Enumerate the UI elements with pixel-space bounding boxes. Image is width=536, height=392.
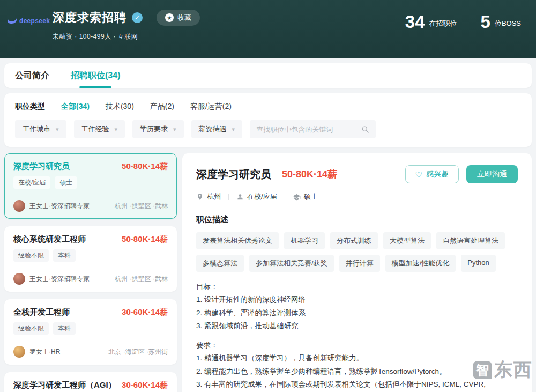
filter-dropdown-label: 工作城市: [23, 124, 50, 134]
job-type-all[interactable]: 全部(34): [61, 102, 90, 112]
company-name: 深度求索招聘: [53, 10, 126, 26]
detail-job-title: 深度学习研究员: [196, 167, 271, 182]
deepseek-logo: deepseek: [6, 17, 45, 25]
stat-boss-count: 5 位BOSS: [481, 13, 521, 31]
heart-icon: ♡: [415, 171, 422, 179]
detail-meta: 杭州 在校/应届 硕士: [196, 192, 518, 202]
keyword-tag: 多模态算法: [196, 255, 244, 272]
tab-open-jobs[interactable]: 招聘职位(34): [71, 63, 120, 88]
job-location: 杭州 ·拱墅区 ·武林: [115, 202, 168, 211]
recruiter-name: 王女士·资深招聘专家: [29, 202, 90, 211]
whale-icon: [6, 17, 17, 25]
description-line: 1. 精通机器学习（深度学习），具备创新研究能力。: [196, 352, 518, 365]
job-tag: 本科: [53, 249, 76, 262]
logo-text: deepseek: [19, 17, 50, 25]
job-title: 核心系统研发工程师: [13, 234, 86, 245]
keyword-tag: 参加算法相关竞赛/获奖: [249, 255, 334, 272]
job-title: 深度学习研发工程师（AGI）: [13, 380, 116, 390]
filter-dropdown[interactable]: 工作城市: [15, 120, 66, 138]
filter-dropdown[interactable]: 薪资待遇: [191, 120, 243, 138]
stat-open-positions: 34 在招职位: [405, 13, 457, 31]
person-icon: [236, 193, 244, 201]
stat-positions-label: 在招职位: [429, 19, 457, 31]
job-type-ops[interactable]: 客服/运营(2): [190, 102, 232, 112]
job-type-product[interactable]: 产品(2): [150, 102, 174, 112]
verified-badge-icon: ✓: [132, 12, 143, 23]
job-list: 深度学习研究员 50-80K·14薪 在校/应届 硕士 王女士·资深招聘专家 杭…: [4, 153, 177, 392]
job-title: 深度学习研究员: [13, 161, 70, 172]
detail-salary: 50-80K·14薪: [282, 168, 337, 181]
job-salary: 50-80K·14薪: [122, 234, 168, 245]
job-tag: 经验不限: [13, 322, 49, 335]
filter-dropdown[interactable]: 学历要求: [132, 120, 184, 138]
keyword-tag: 分布式训练: [330, 232, 378, 249]
filter-dropdown[interactable]: 工作经验: [74, 120, 125, 138]
recruiter-name: 王女士·资深招聘专家: [29, 275, 90, 284]
divider: [285, 194, 285, 200]
stat-positions-value: 34: [405, 13, 425, 31]
description-line: 2. 编程能力出色，熟练掌握至少两种编程语言，熟练掌握Tensorflow/Py…: [196, 365, 518, 378]
tab-bar: 公司简介 招聘职位(34): [4, 63, 532, 88]
recruiter-avatar: [13, 273, 25, 285]
keyword-search[interactable]: [250, 120, 376, 138]
keyword-tag: 模型加速/性能优化: [385, 255, 456, 272]
job-type-tech[interactable]: 技术(30): [106, 102, 134, 112]
description-line: 3. 紧跟领域前沿，推动基础研究: [196, 320, 518, 332]
job-salary: 50-80K·14薪: [122, 161, 168, 172]
interest-button-label: 感兴趣: [426, 169, 449, 179]
job-description-body: 目标： 1. 设计开拓性的新的深度神经网络 2. 构建科学、严谨的算法评测体系 …: [196, 280, 518, 392]
detail-education: 硕士: [304, 192, 318, 202]
job-title: 全栈开发工程师: [13, 307, 70, 317]
favorite-button[interactable]: ★ 收藏: [157, 10, 200, 26]
keyword-tag: 自然语言处理算法: [436, 232, 505, 249]
divider: [228, 194, 229, 200]
detail-experience: 在校/应届: [247, 192, 277, 202]
star-icon: ★: [165, 13, 174, 22]
description-line: 3. 有丰富的研究成果，在国际顶会或期刊发表相关论文（包括但不限于NIPS, I…: [196, 378, 518, 392]
job-location: 杭州 ·拱墅区 ·武林: [115, 275, 168, 284]
job-card[interactable]: 全栈开发工程师 30-60K·14薪 经验不限 本科 罗女士·HR 北京 ·海淀…: [4, 299, 177, 365]
filter-section: 职位类型 全部(34) 技术(30) 产品(2) 客服/运营(2) 工作城市 工…: [4, 93, 532, 147]
search-icon: [361, 125, 369, 134]
description-line: 要求：: [196, 339, 518, 352]
chat-button[interactable]: 立即沟通: [466, 165, 518, 183]
job-tag: 本科: [53, 322, 76, 335]
job-card[interactable]: 深度学习研发工程师（AGI） 30-60K·14薪 经验不限 本科 罗女士·HR…: [4, 372, 177, 392]
keyword-tag: 大模型算法: [383, 232, 431, 249]
favorite-label: 收藏: [177, 13, 191, 23]
company-meta: 未融资 · 100-499人 · 互联网: [53, 32, 200, 41]
keyword-tags: 发表算法相关优秀论文 机器学习 分布式训练 大模型算法 自然语言处理算法 多模态…: [196, 232, 518, 272]
job-location: 北京 ·海淀区 ·苏州街: [108, 347, 168, 357]
keyword-tag: 机器学习: [284, 232, 325, 249]
description-line: 目标：: [196, 280, 518, 293]
description-line: [196, 332, 518, 339]
job-tag: 经验不限: [13, 249, 49, 262]
job-salary: 30-60K·14薪: [122, 307, 168, 317]
job-tag: 硕士: [55, 176, 77, 189]
job-card[interactable]: 深度学习研究员 50-80K·14薪 在校/应届 硕士 王女士·资深招聘专家 杭…: [4, 153, 177, 219]
stat-boss-label: 位BOSS: [495, 19, 521, 31]
keyword-tag: Python: [461, 255, 495, 272]
graduation-cap-icon: [293, 193, 301, 201]
job-type-label: 职位类型: [15, 102, 45, 112]
keyword-tag: 发表算法相关优秀论文: [196, 232, 279, 249]
tab-company-intro[interactable]: 公司简介: [15, 63, 49, 88]
filter-dropdown-label: 学历要求: [140, 124, 168, 134]
stat-boss-value: 5: [481, 13, 490, 31]
search-input[interactable]: [256, 125, 361, 134]
job-description-heading: 职位描述: [196, 215, 518, 225]
job-tag: 在校/应届: [13, 176, 50, 189]
recruiter-avatar: [13, 200, 25, 212]
recruiter-name: 罗女士·HR: [29, 347, 60, 357]
page: deepseek 深度求索招聘 ✓ ★ 收藏 未融资 · 100-499人 · …: [0, 0, 536, 392]
interest-button[interactable]: ♡ 感兴趣: [405, 165, 459, 183]
job-card[interactable]: 核心系统研发工程师 50-80K·14薪 经验不限 本科 王女士·资深招聘专家 …: [4, 226, 177, 292]
filter-dropdown-label: 薪资待遇: [199, 124, 227, 134]
company-header: deepseek 深度求索招聘 ✓ ★ 收藏 未融资 · 100-499人 · …: [0, 0, 536, 58]
location-pin-icon: [196, 193, 204, 201]
filter-dropdown-label: 工作经验: [81, 124, 109, 134]
job-detail-panel: 深度学习研究员 50-80K·14薪 ♡ 感兴趣 立即沟通 杭州: [182, 153, 532, 392]
job-salary: 30-60K·14薪: [122, 380, 168, 390]
description-line: 1. 设计开拓性的新的深度神经网络: [196, 293, 518, 306]
detail-city: 杭州: [207, 192, 221, 202]
